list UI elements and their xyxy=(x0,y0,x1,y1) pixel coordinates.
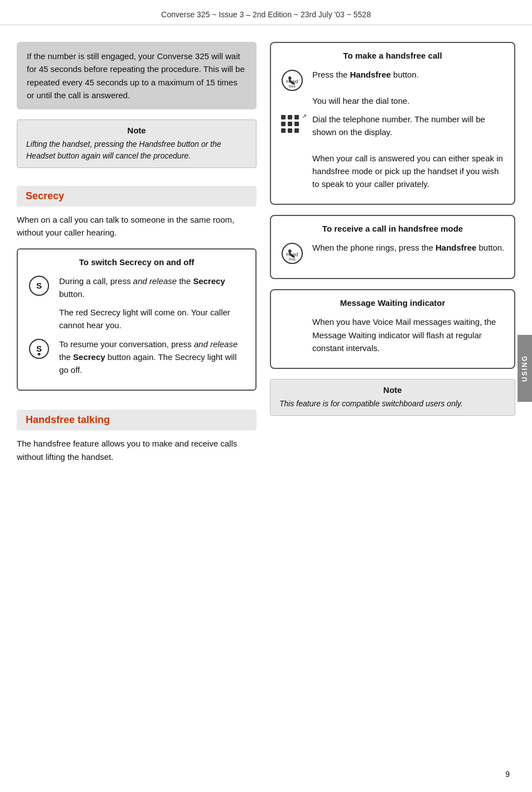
make-handsfree-title: To make a handsfree call xyxy=(280,50,505,61)
page-number: 9 xyxy=(505,770,510,779)
secrecy-icon-2: S xyxy=(27,338,51,359)
note-box-1: Note Lifting the handset, pressing the H… xyxy=(17,119,257,168)
auto-redial-note: If the number is still engaged, your Con… xyxy=(17,42,257,109)
note-box-2: Note This feature is for compatible swit… xyxy=(270,379,515,416)
make-hf-step1: Hand free Press the Handsfree button. Yo… xyxy=(280,68,505,107)
handsfree-icon-1: Hand free xyxy=(280,68,304,92)
handsfree-svg-1: Hand free xyxy=(281,69,303,92)
handsfree-intro: The handsfree feature allows you to make… xyxy=(17,437,257,463)
receive-hf-step1: Hand free When the phone rings, press th… xyxy=(280,241,505,265)
secrecy-icon-1: S xyxy=(27,275,51,296)
mwi-text: When you have Voice Mail messages waitin… xyxy=(312,315,505,354)
note1-text: Lifting the handset, pressing the Handsf… xyxy=(26,138,247,162)
header-text: Converse 325 ~ Issue 3 – 2nd Edition ~ 2… xyxy=(161,10,371,19)
right-column: To make a handsfree call Hand free Press… xyxy=(270,42,515,469)
svg-text:free: free xyxy=(289,257,296,261)
dial-icon: ↗ xyxy=(281,114,303,134)
left-column: If the number is still engaged, your Con… xyxy=(17,42,257,469)
mwi-icon-cell xyxy=(280,315,304,316)
svg-text:free: free xyxy=(289,84,296,88)
make-hf-step3-text: Dial the telephone number. The number wi… xyxy=(312,113,505,191)
secrecy-button-icon-2: S xyxy=(29,339,49,359)
main-content: If the number is still engaged, your Con… xyxy=(0,25,532,486)
receive-handsfree-box: To receive a call in handsfree mode Hand… xyxy=(270,215,515,279)
mwi-content: When you have Voice Mail messages waitin… xyxy=(280,315,505,354)
handsfree-svg-2: Hand free xyxy=(281,242,303,265)
secrecy-intro: When on a call you can talk to someone i… xyxy=(17,213,257,239)
make-hf-step2-text: You will hear the dial tone. xyxy=(312,96,410,105)
note2-title: Note xyxy=(279,385,506,395)
handsfree-icon-2: Hand free xyxy=(280,241,304,265)
secrecy-box-title: To switch Secrecy on and off xyxy=(27,256,246,268)
secrecy-step2-text: The red Secrecy light will come on. Your… xyxy=(59,306,246,332)
make-handsfree-box: To make a handsfree call Hand free Press… xyxy=(270,42,515,205)
side-tab-label: USING xyxy=(521,355,529,382)
secrecy-button-icon-1: S xyxy=(29,276,49,296)
mwi-title: Message Waiting indicator xyxy=(280,297,505,309)
dial-icon-cell: ↗ xyxy=(280,113,304,134)
dial-grid xyxy=(281,114,303,134)
handsfree-heading: Handsfree talking xyxy=(17,410,257,430)
secrecy-heading: Secrecy xyxy=(17,186,257,207)
secrecy-box: To switch Secrecy on and off S During a … xyxy=(17,248,257,391)
secrecy-step3-text: To resume your conversation, press and r… xyxy=(59,338,246,377)
side-tab: USING xyxy=(518,335,532,402)
make-hf-step1-text: Press the Handsfree button. You will hea… xyxy=(312,68,505,107)
secrecy-step3: S To resume your conversation, press and… xyxy=(27,338,246,377)
mwi-box: Message Waiting indicator When you have … xyxy=(270,289,515,369)
secrecy-step1-text: During a call, press and release the Sec… xyxy=(59,275,246,301)
page-header: Converse 325 ~ Issue 3 – 2nd Edition ~ 2… xyxy=(0,0,532,25)
secrecy-step2: The red Secrecy light will come on. Your… xyxy=(27,306,246,332)
secrecy-step1: S During a call, press and release the S… xyxy=(27,275,246,301)
receive-hf-step1-text: When the phone rings, press the Handsfre… xyxy=(312,241,505,254)
make-hf-step3: ↗ Dial the telephone number. The number … xyxy=(280,113,505,191)
receive-handsfree-title: To receive a call in handsfree mode xyxy=(280,223,505,234)
note1-title: Note xyxy=(26,126,247,135)
secrecy-dot xyxy=(38,353,41,356)
dial-arrow-icon: ↗ xyxy=(302,113,307,120)
auto-redial-text: If the number is still engaged, your Con… xyxy=(27,51,245,100)
note2-text: This feature is for compatible switchboa… xyxy=(279,398,506,410)
